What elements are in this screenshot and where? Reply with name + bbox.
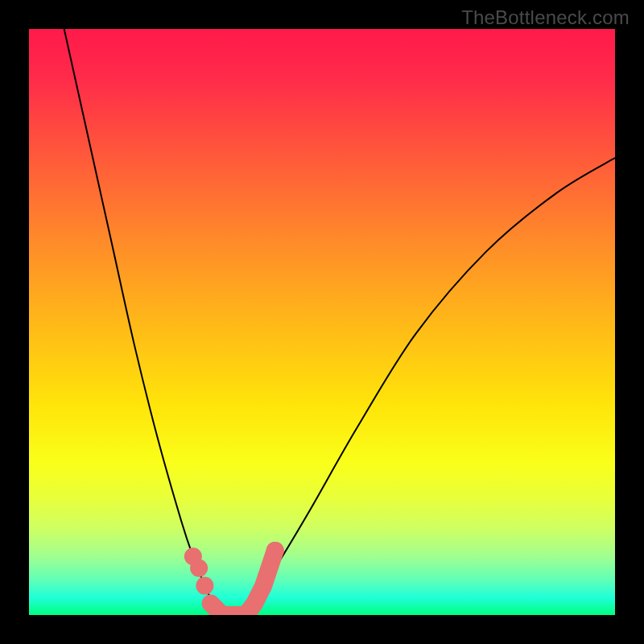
marker-segment xyxy=(211,551,275,615)
curve-layer xyxy=(29,29,615,615)
bottleneck-curve xyxy=(64,29,615,615)
marker-dot xyxy=(266,542,284,559)
marker-dot xyxy=(190,559,208,577)
plot-area xyxy=(29,29,615,615)
chart-frame: TheBottleneck.com xyxy=(0,0,644,644)
marker-dot xyxy=(196,577,213,595)
watermark-text: TheBottleneck.com xyxy=(461,6,630,29)
